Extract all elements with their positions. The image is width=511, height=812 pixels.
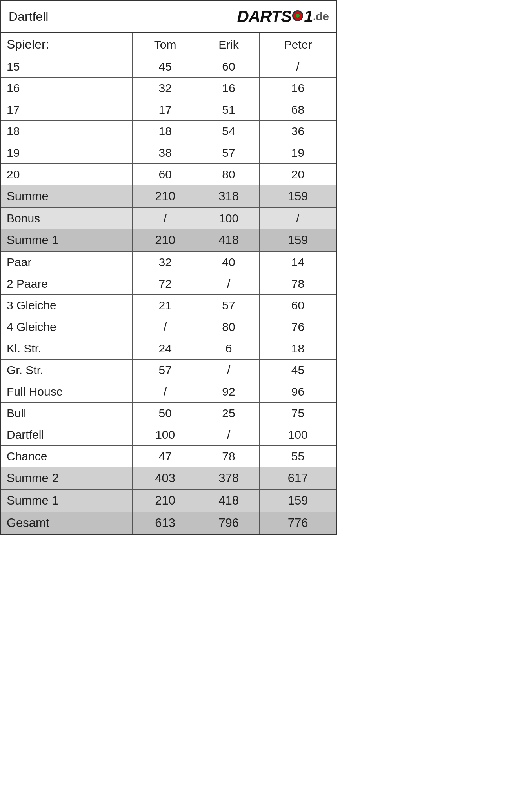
row-label: Summe 2 — [1, 467, 133, 490]
row-peter: 159 — [260, 229, 336, 252]
row-label: 17 — [1, 99, 133, 121]
table-row: 154560/ — [1, 56, 336, 78]
logo-darts: DARTS — [237, 7, 291, 26]
row-peter: 68 — [260, 99, 336, 121]
logo-dot-icon — [292, 10, 303, 21]
row-label: Paar — [1, 252, 133, 273]
row-peter: / — [260, 56, 336, 78]
page-title: Dartfell — [9, 9, 48, 24]
row-erik: 60 — [198, 56, 260, 78]
row-peter: 45 — [260, 360, 336, 381]
row-label: 3 Gleiche — [1, 295, 133, 316]
table-row: 16321616 — [1, 78, 336, 99]
row-erik: 57 — [198, 142, 260, 164]
row-peter: 100 — [260, 424, 336, 446]
col-header-erik: Erik — [198, 33, 260, 56]
row-tom: 50 — [133, 403, 198, 424]
row-label: 4 Gleiche — [1, 316, 133, 338]
row-erik: 418 — [198, 490, 260, 512]
row-erik: 796 — [198, 512, 260, 534]
row-tom: 210 — [133, 490, 198, 512]
row-tom: 210 — [133, 185, 198, 208]
table-row: Dartfell100/100 — [1, 424, 336, 446]
table-row: 18185436 — [1, 121, 336, 142]
header: Dartfell DARTS 1 .de — [1, 1, 336, 33]
logo-de: .de — [313, 10, 329, 23]
row-tom: 38 — [133, 142, 198, 164]
row-peter: 78 — [260, 273, 336, 295]
row-erik: 6 — [198, 338, 260, 360]
row-tom: 403 — [133, 467, 198, 490]
table-header-row: Spieler: Tom Erik Peter — [1, 33, 336, 56]
col-header-peter: Peter — [260, 33, 336, 56]
row-label: 16 — [1, 78, 133, 99]
row-tom: 32 — [133, 78, 198, 99]
table-row: Paar324014 — [1, 252, 336, 273]
row-erik: 40 — [198, 252, 260, 273]
row-erik: 51 — [198, 99, 260, 121]
row-peter: 776 — [260, 512, 336, 534]
row-tom: 72 — [133, 273, 198, 295]
row-peter: 60 — [260, 295, 336, 316]
row-label: Summe — [1, 185, 133, 208]
row-label: Gesamt — [1, 512, 133, 534]
logo-one: 1 — [304, 7, 313, 26]
row-tom: 18 — [133, 121, 198, 142]
row-peter: / — [260, 208, 336, 229]
table-row: Summe 1210418159 — [1, 229, 336, 252]
table-row: Summe 1210418159 — [1, 490, 336, 512]
row-tom: 24 — [133, 338, 198, 360]
table-row: Full House/9296 — [1, 381, 336, 403]
row-tom: 613 — [133, 512, 198, 534]
row-erik: 25 — [198, 403, 260, 424]
row-erik: / — [198, 424, 260, 446]
row-tom: 60 — [133, 164, 198, 185]
row-tom: 17 — [133, 99, 198, 121]
row-label: Bull — [1, 403, 133, 424]
row-label: Summe 1 — [1, 490, 133, 512]
row-tom: 100 — [133, 424, 198, 446]
row-peter: 19 — [260, 142, 336, 164]
row-erik: 57 — [198, 295, 260, 316]
row-erik: 418 — [198, 229, 260, 252]
row-peter: 75 — [260, 403, 336, 424]
table-row: 20608020 — [1, 164, 336, 185]
table-row: Gesamt613796776 — [1, 512, 336, 534]
row-erik: 378 — [198, 467, 260, 490]
row-label: Summe 1 — [1, 229, 133, 252]
row-erik: 100 — [198, 208, 260, 229]
row-label: 2 Paare — [1, 273, 133, 295]
table-row: Kl. Str.24618 — [1, 338, 336, 360]
row-peter: 159 — [260, 185, 336, 208]
row-label: 18 — [1, 121, 133, 142]
table-row: 4 Gleiche/8076 — [1, 316, 336, 338]
col-header-spieler: Spieler: — [1, 33, 133, 56]
row-tom: 47 — [133, 446, 198, 467]
row-tom: / — [133, 208, 198, 229]
row-label: Dartfell — [1, 424, 133, 446]
row-peter: 14 — [260, 252, 336, 273]
row-tom: 57 — [133, 360, 198, 381]
table-row: Summe210318159 — [1, 185, 336, 208]
row-label: 19 — [1, 142, 133, 164]
table-row: Chance477855 — [1, 446, 336, 467]
row-erik: 16 — [198, 78, 260, 99]
row-erik: 80 — [198, 164, 260, 185]
row-erik: / — [198, 273, 260, 295]
row-label: Chance — [1, 446, 133, 467]
table-row: 2 Paare72/78 — [1, 273, 336, 295]
row-erik: 92 — [198, 381, 260, 403]
col-header-tom: Tom — [133, 33, 198, 56]
row-erik: 54 — [198, 121, 260, 142]
row-tom: 45 — [133, 56, 198, 78]
row-label: 15 — [1, 56, 133, 78]
table-row: 17175168 — [1, 99, 336, 121]
row-label: Kl. Str. — [1, 338, 133, 360]
row-erik: 318 — [198, 185, 260, 208]
table-row: Gr. Str.57/45 — [1, 360, 336, 381]
row-peter: 76 — [260, 316, 336, 338]
row-peter: 617 — [260, 467, 336, 490]
row-tom: / — [133, 316, 198, 338]
row-peter: 55 — [260, 446, 336, 467]
row-peter: 96 — [260, 381, 336, 403]
